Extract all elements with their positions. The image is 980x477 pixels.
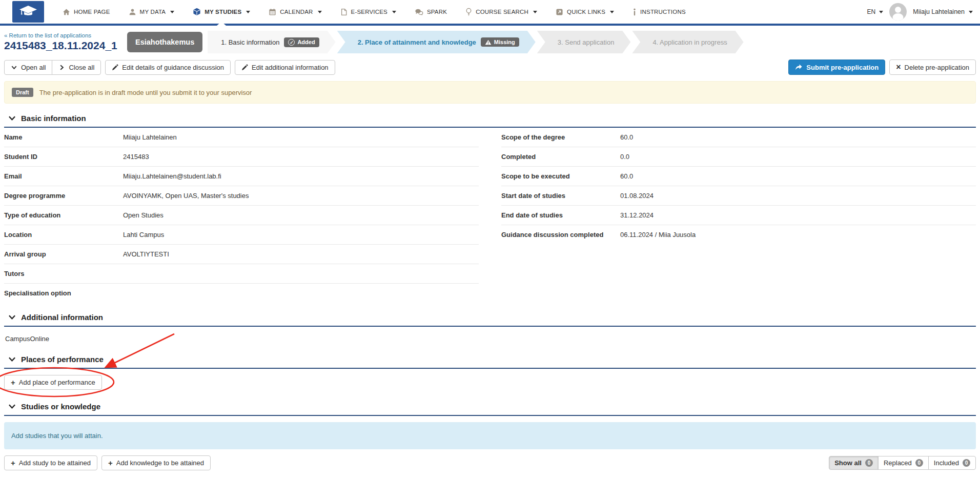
chevron-down-icon — [170, 11, 174, 13]
app-logo[interactable] — [12, 1, 44, 23]
step-send-application[interactable]: 3. Send application — [537, 31, 631, 53]
studies-or-knowledge-header[interactable]: Studies or knowledge — [4, 392, 976, 416]
step-label: 4. Application in progress — [652, 38, 727, 46]
section-title: Places of performance — [21, 355, 104, 364]
nav-my-studies[interactable]: MY STUDIES — [193, 0, 250, 24]
nav-spark[interactable]: SPARK — [415, 0, 447, 24]
chevron-down-icon — [11, 64, 17, 71]
chevron-down-icon — [969, 11, 973, 13]
toolbar: Open all Close all Edit details of guida… — [0, 56, 980, 79]
button-label: Close all — [69, 64, 94, 71]
basic-information-header[interactable]: Basic information — [4, 104, 976, 128]
nav-course-search[interactable]: COURSE SEARCH — [465, 0, 537, 24]
application-id: 2415483_18.11.2024_1 — [4, 39, 121, 52]
chevron-down-icon — [246, 11, 250, 13]
plus-icon: + — [11, 459, 15, 467]
chevron-right-icon — [58, 64, 65, 71]
info-row-completed: Completed0.0 — [501, 147, 976, 167]
top-navigation: HOME PAGE MY DATA MY STUDIES CALENDAR E-… — [0, 0, 980, 26]
submit-pre-application-button[interactable]: Submit pre-application — [788, 59, 885, 75]
chevron-down-icon — [392, 11, 396, 13]
plus-icon: + — [11, 379, 15, 386]
chevron-down-icon — [8, 314, 16, 321]
nav-label: MY DATA — [140, 9, 166, 15]
open-all-button[interactable]: Open all — [4, 60, 52, 75]
nav-calendar[interactable]: CALENDAR — [269, 0, 321, 24]
nav-label: CALENDAR — [280, 9, 313, 15]
user-menu[interactable]: Miiaju Lahtelainen — [913, 8, 973, 15]
pencil-icon — [112, 64, 118, 71]
info-row-scope-of-degree: Scope of the degree60.0 — [501, 128, 976, 147]
info-row-degree-programme: Degree programmeAVOINYAMK, Open UAS, Mas… — [4, 186, 479, 206]
draft-message: The pre-application is in draft mode unt… — [39, 89, 252, 96]
return-to-applications-link[interactable]: « Return to the list of applications — [4, 32, 121, 38]
filter-replaced-button[interactable]: Replaced 0 — [878, 456, 929, 470]
draft-badge: Draft — [12, 88, 33, 97]
places-of-performance-header[interactable]: Places of performance — [4, 345, 976, 369]
nav-right: EN Miiaju Lahtelainen — [867, 3, 973, 21]
basic-information-right: Scope of the degree60.0 Completed0.0 Sco… — [501, 128, 976, 303]
button-label: Replaced — [884, 459, 912, 467]
nav-home-page[interactable]: HOME PAGE — [63, 0, 110, 24]
add-study-to-be-attained-button[interactable]: + Add study to be attained — [4, 455, 97, 470]
filter-included-button[interactable]: Included 0 — [928, 456, 976, 470]
nav-instructions[interactable]: INSTRUCTIONS — [632, 0, 686, 24]
document-icon — [340, 8, 348, 16]
basic-information-left: NameMiiaju Lahtelainen Student ID2415483… — [4, 128, 479, 303]
count-badge: 0 — [915, 459, 923, 467]
nav-label: SPARK — [427, 9, 447, 15]
section-title: Additional information — [21, 313, 103, 322]
pencil-icon — [241, 64, 248, 71]
nav-label: HOME PAGE — [74, 9, 110, 15]
step-place-of-attainment[interactable]: 2. Place of attainment and knowledge Mis… — [337, 31, 536, 53]
nav-label: QUICK LINKS — [567, 9, 605, 15]
chevron-down-icon — [533, 11, 537, 13]
step-label: 3. Send application — [558, 38, 615, 46]
step-application-in-progress[interactable]: 4. Application in progress — [632, 31, 743, 53]
language-code: EN — [867, 8, 876, 15]
step-label: 2. Place of attainment and knowledge — [358, 38, 476, 46]
toolbar-right: Submit pre-application × Delete pre-appl… — [788, 59, 976, 75]
chevron-down-icon — [8, 403, 16, 410]
button-label: Delete pre-application — [905, 64, 969, 71]
edit-guidance-discussion-button[interactable]: Edit details of guidance discussion — [105, 60, 231, 75]
chevron-down-icon — [8, 115, 16, 122]
nav-label: MY STUDIES — [205, 9, 241, 15]
warning-icon — [485, 39, 492, 45]
chevron-down-icon — [318, 11, 322, 13]
button-label: Edit additional information — [252, 64, 329, 71]
step-basic-information[interactable]: 1. Basic information ✓ Added — [208, 31, 335, 53]
info-row-tutors: Tutors — [4, 264, 479, 284]
nav-label: COURSE SEARCH — [476, 9, 528, 15]
count-badge: 0 — [963, 459, 970, 467]
check-circle-icon: ✓ — [288, 39, 295, 46]
add-knowledge-to-be-attained-button[interactable]: + Add knowledge to be attained — [101, 455, 211, 470]
lightbulb-icon — [465, 8, 472, 16]
add-place-of-performance-button[interactable]: + Add place of performance — [4, 375, 102, 390]
delete-pre-application-button[interactable]: × Delete pre-application — [889, 59, 976, 75]
button-label: Add knowledge to be attained — [116, 459, 204, 467]
bottom-action-bar: + Add study to be attained + Add knowled… — [4, 455, 976, 470]
missing-badge: Missing — [481, 37, 519, 47]
additional-information-header[interactable]: Additional information — [4, 303, 976, 327]
form-name-chip: Esiahothakemus — [127, 32, 202, 52]
button-label: Add place of performance — [19, 379, 95, 386]
added-badge: ✓ Added — [284, 37, 319, 47]
info-row-scope-to-be-executed: Scope to be executed60.0 — [501, 167, 976, 186]
info-row-location: LocationLahti Campus — [4, 225, 479, 245]
close-icon: × — [896, 63, 901, 71]
avatar[interactable] — [889, 3, 907, 21]
nav-my-data[interactable]: MY DATA — [129, 0, 175, 24]
nav-quick-links[interactable]: QUICK LINKS — [556, 0, 614, 24]
close-all-button[interactable]: Close all — [52, 60, 101, 75]
plus-icon: + — [108, 459, 113, 467]
button-label: Edit details of guidance discussion — [122, 64, 224, 71]
nav-e-services[interactable]: E-SERVICES — [340, 0, 396, 24]
additional-information-value: CampusOnline — [4, 327, 976, 345]
info-icon — [632, 8, 637, 16]
edit-additional-information-button[interactable]: Edit additional information — [235, 60, 335, 75]
language-selector[interactable]: EN — [867, 8, 884, 15]
external-link-icon — [556, 8, 563, 16]
nav-label: INSTRUCTIONS — [640, 9, 686, 15]
filter-show-all-button[interactable]: Show all 0 — [829, 456, 879, 470]
